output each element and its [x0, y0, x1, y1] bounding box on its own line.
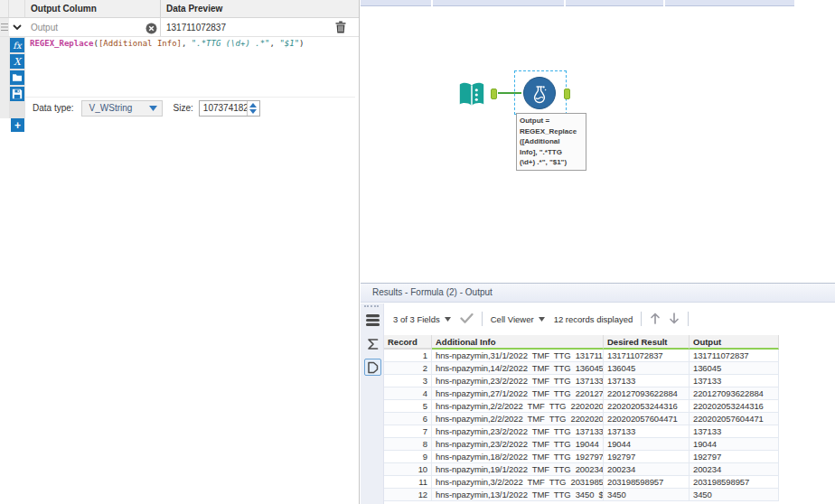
- table-cell[interactable]: 220202053244316: [690, 400, 779, 413]
- column-header-desired-result[interactable]: Desired Result: [604, 335, 690, 350]
- table-cell[interactable]: 4: [384, 387, 432, 400]
- sigma-icon: [367, 338, 379, 350]
- table-cell[interactable]: 220202057604471: [690, 413, 779, 425]
- table-cell[interactable]: 203198598957: [690, 476, 779, 489]
- holistic-view-button[interactable]: [364, 359, 381, 376]
- clear-field-button[interactable]: [145, 22, 157, 38]
- add-column-button[interactable]: +: [11, 118, 24, 132]
- fields-dropdown[interactable]: 3 of 3 Fields: [393, 314, 451, 324]
- table-cell[interactable]: 6: [384, 413, 432, 425]
- table-cell[interactable]: 200234: [604, 463, 690, 476]
- input-data-tool[interactable]: [455, 78, 489, 112]
- scroll-down-button[interactable]: [669, 313, 680, 326]
- table-cell[interactable]: hns-npazymin,27/1/2022 TMF TTG 220127093…: [432, 387, 604, 400]
- table-cell[interactable]: 3450: [690, 489, 779, 501]
- data-type-select[interactable]: V_WString: [81, 100, 163, 117]
- metadata-view-button[interactable]: [364, 335, 381, 352]
- results-table-rows: 1hns-npazymin,31/1/2022 TMF TTG 13171107…: [384, 350, 779, 501]
- table-cell[interactable]: 1: [384, 350, 432, 362]
- delete-expression-button[interactable]: [335, 21, 346, 35]
- table-cell[interactable]: hns-npazymin,31/1/2022 TMF TTG 131711072…: [432, 350, 604, 362]
- column-header-output[interactable]: Output: [690, 335, 779, 350]
- table-row[interactable]: 3hns-npazymin,23/2/2022 TMF TTG 137133 $…: [384, 375, 779, 387]
- table-cell[interactable]: 137133: [690, 375, 779, 387]
- workflow-canvas[interactable]: Output = REGEX_Replace ([Additional Info…: [361, 0, 835, 283]
- table-cell[interactable]: 5: [384, 400, 432, 413]
- open-expression-button[interactable]: [10, 70, 24, 85]
- output-column-name-input[interactable]: [25, 23, 141, 33]
- size-spinner[interactable]: [247, 101, 259, 116]
- table-cell[interactable]: 8: [384, 438, 432, 451]
- formula-configuration-panel: Output Column Data Preview 131711072837: [0, 0, 360, 504]
- table-cell[interactable]: hns-npazymin,3/2/2022 TMF TTG 2031985989…: [432, 476, 604, 489]
- table-cell[interactable]: 19044: [604, 438, 690, 451]
- save-expression-button[interactable]: [10, 87, 24, 101]
- table-row[interactable]: 5hns-npazymin,2/2/2022 TMF TTG 220202053…: [384, 400, 779, 413]
- table-cell[interactable]: hns-npazymin,2/2/2022 TMF TTG 2202020532…: [432, 400, 604, 413]
- column-header-additional-info[interactable]: Additional Info: [432, 335, 604, 350]
- table-cell[interactable]: hns-npazymin,2/2/2022 TMF TTG 2202020576…: [432, 413, 604, 425]
- table-cell[interactable]: hns-npazymin,23/2/2022 TMF TTG 137133 $4…: [432, 375, 604, 387]
- formula-output-anchor[interactable]: [564, 89, 570, 99]
- table-cell[interactable]: 220127093622884: [604, 387, 690, 400]
- table-cell[interactable]: 192797: [604, 451, 690, 463]
- table-cell[interactable]: 137133: [604, 375, 690, 387]
- table-cell[interactable]: 131711072837: [690, 350, 779, 362]
- expression-replacement: "$1": [279, 39, 299, 48]
- table-cell[interactable]: 203198598957: [604, 476, 690, 489]
- row-drag-handle[interactable]: [0, 18, 9, 36]
- table-cell[interactable]: hns-npazymin,23/2/2022 TMF TTG 19044 $67…: [432, 438, 604, 451]
- records-displayed-label: 12 records displayed: [554, 314, 633, 324]
- size-field: [199, 100, 260, 117]
- table-row[interactable]: 6hns-npazymin,2/2/2022 TMF TTG 220202057…: [384, 413, 779, 425]
- size-input[interactable]: [200, 101, 247, 116]
- data-view-button[interactable]: [364, 312, 381, 329]
- table-cell[interactable]: 200234: [690, 463, 779, 476]
- table-row[interactable]: 7hns-npazymin,23/2/2022 TMF TTG 137133 $…: [384, 425, 779, 438]
- table-cell[interactable]: hns-npazymin,19/1/2022 TMF TTG 200234 $6…: [432, 463, 604, 476]
- cell-viewer-dropdown[interactable]: Cell Viewer: [491, 314, 545, 324]
- table-cell[interactable]: 220202057604471: [604, 413, 690, 425]
- tool-annotation[interactable]: Output = REGEX_Replace ([Additional Info…: [516, 113, 586, 171]
- table-cell[interactable]: 3450: [604, 489, 690, 501]
- scroll-up-button[interactable]: [650, 313, 661, 326]
- arrow-up-icon: [650, 313, 661, 324]
- table-cell[interactable]: hns-npazymin,18/2/2022 TMF TTG 192797 $1…: [432, 451, 604, 463]
- table-cell[interactable]: 10: [384, 463, 432, 476]
- functions-button[interactable]: fx: [10, 38, 24, 52]
- table-cell[interactable]: 7: [384, 425, 432, 438]
- table-row[interactable]: 4hns-npazymin,27/1/2022 TMF TTG 22012709…: [384, 387, 779, 400]
- table-row[interactable]: 11hns-npazymin,3/2/2022 TMF TTG 20319859…: [384, 476, 779, 489]
- table-row[interactable]: 2hns-npazymin,14/2/2022 TMF TTG 136045 $…: [384, 362, 779, 375]
- table-cell[interactable]: 136045: [690, 362, 779, 375]
- column-header-record[interactable]: Record: [384, 335, 432, 350]
- table-row[interactable]: 12hns-npazymin,13/1/2022 TMF TTG 3450 $5…: [384, 489, 779, 501]
- input-output-anchor[interactable]: [491, 89, 497, 99]
- table-cell[interactable]: hns-npazymin,13/1/2022 TMF TTG 3450 $50,…: [432, 489, 604, 501]
- table-cell[interactable]: 192797: [690, 451, 779, 463]
- row-collapse-toggle[interactable]: [9, 18, 25, 36]
- table-row[interactable]: 1hns-npazymin,31/1/2022 TMF TTG 13171107…: [384, 350, 779, 362]
- table-cell[interactable]: 12: [384, 489, 432, 501]
- expression-editor[interactable]: REGEX_Replace([Additional Info], ".*TTG …: [30, 39, 355, 48]
- table-row[interactable]: 10hns-npazymin,19/1/2022 TMF TTG 200234 …: [384, 463, 779, 476]
- table-cell[interactable]: 3: [384, 375, 432, 387]
- table-cell[interactable]: 9: [384, 451, 432, 463]
- table-cell[interactable]: 2: [384, 362, 432, 375]
- table-cell[interactable]: 220127093622884: [690, 387, 779, 400]
- table-cell[interactable]: hns-npazymin,14/2/2022 TMF TTG 136045 $4…: [432, 362, 604, 375]
- table-cell[interactable]: 11: [384, 476, 432, 489]
- table-cell[interactable]: 131711072837: [604, 350, 690, 362]
- table-row[interactable]: 9hns-npazymin,18/2/2022 TMF TTG 192797 $…: [384, 451, 779, 463]
- variables-button[interactable]: X: [10, 54, 24, 69]
- table-cell[interactable]: 220202053244316: [604, 400, 690, 413]
- strip-drag-handle[interactable]: [364, 305, 379, 308]
- table-cell[interactable]: 136045: [604, 362, 690, 375]
- formula-tool[interactable]: [523, 77, 556, 109]
- table-cell[interactable]: 137133: [690, 425, 779, 438]
- table-row[interactable]: 8hns-npazymin,23/2/2022 TMF TTG 19044 $6…: [384, 438, 779, 451]
- table-cell[interactable]: 19044: [690, 438, 779, 451]
- apply-check-button[interactable]: [460, 313, 474, 325]
- table-cell[interactable]: 137133: [604, 425, 690, 438]
- table-cell[interactable]: hns-npazymin,23/2/2022 TMF TTG 137133 $4…: [432, 425, 604, 438]
